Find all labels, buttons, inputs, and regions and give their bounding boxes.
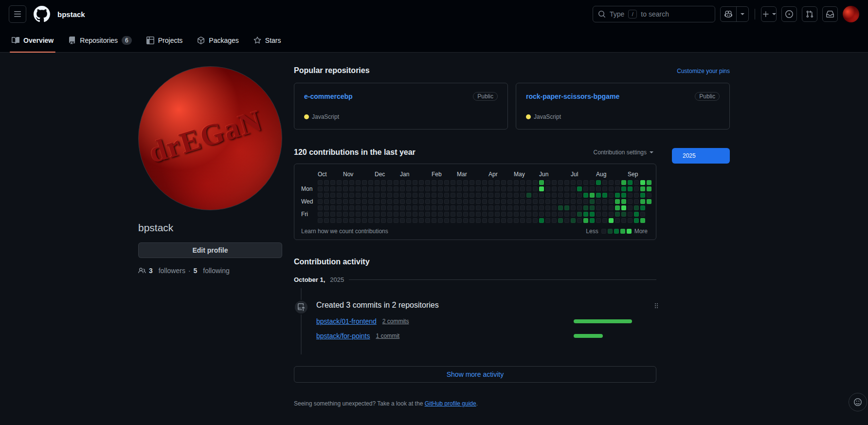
contribution-cell[interactable] — [571, 193, 576, 198]
contribution-cell[interactable] — [583, 199, 588, 204]
contribution-cell[interactable] — [343, 193, 348, 198]
contribution-cell[interactable] — [444, 180, 449, 185]
github-logo[interactable] — [33, 5, 51, 23]
contribution-cell[interactable] — [356, 199, 361, 204]
contribution-cell[interactable] — [545, 199, 550, 204]
contribution-cell[interactable] — [444, 218, 449, 223]
contribution-cell[interactable] — [349, 180, 354, 185]
contribution-cell[interactable] — [507, 193, 512, 198]
contribution-cell[interactable] — [400, 180, 405, 185]
contribution-cell[interactable] — [387, 205, 392, 210]
contribution-cell[interactable] — [463, 186, 468, 191]
contribution-cell[interactable] — [432, 180, 436, 185]
contribution-cell[interactable] — [558, 186, 563, 191]
global-search-input[interactable]: Type / to search — [593, 6, 715, 22]
contribution-cell[interactable] — [609, 205, 614, 210]
contribution-cell[interactable] — [330, 212, 335, 217]
contribution-cell[interactable] — [349, 218, 354, 223]
contribution-cell[interactable] — [330, 180, 335, 185]
contribution-cell[interactable] — [432, 218, 436, 223]
contribution-cell[interactable] — [545, 193, 550, 198]
contribution-cell[interactable] — [476, 205, 481, 210]
contribution-cell[interactable] — [501, 218, 506, 223]
contribution-cell[interactable] — [362, 218, 367, 223]
contribution-cell[interactable] — [495, 199, 500, 204]
contribution-cell[interactable] — [470, 193, 474, 198]
contribution-cell[interactable] — [533, 218, 538, 223]
contribution-cell[interactable] — [520, 218, 525, 223]
contribution-cell[interactable] — [564, 218, 569, 223]
contribution-cell[interactable] — [571, 205, 576, 210]
contribution-cell[interactable] — [438, 199, 443, 204]
contribution-cell[interactable] — [337, 212, 342, 217]
contribution-cell[interactable] — [628, 193, 633, 198]
contribution-cell[interactable] — [457, 212, 462, 217]
contribution-cell[interactable] — [482, 193, 487, 198]
contribution-cell[interactable] — [324, 212, 329, 217]
contribution-cell[interactable] — [470, 218, 474, 223]
contribution-cell[interactable] — [640, 218, 645, 223]
contribution-cell[interactable] — [609, 218, 614, 223]
contribution-cell[interactable] — [596, 199, 601, 204]
contribution-cell[interactable] — [463, 212, 468, 217]
repo-link[interactable]: e-commercebp — [304, 92, 353, 100]
tab-stars[interactable]: Stars — [249, 28, 286, 52]
contribution-cell[interactable] — [343, 218, 348, 223]
contribution-cell[interactable] — [438, 186, 443, 191]
contribution-cell[interactable] — [349, 193, 354, 198]
contribution-cell[interactable] — [507, 205, 512, 210]
contribution-cell[interactable] — [463, 218, 468, 223]
tab-projects[interactable]: Projects — [142, 28, 188, 52]
contribution-cell[interactable] — [558, 193, 563, 198]
contribution-cell[interactable] — [419, 193, 424, 198]
contribution-cell[interactable] — [356, 180, 361, 185]
contribution-cell[interactable] — [634, 205, 639, 210]
contribution-cell[interactable] — [387, 218, 392, 223]
contribution-cell[interactable] — [628, 180, 633, 185]
contribution-cell[interactable] — [356, 193, 361, 198]
contribution-cell[interactable] — [381, 180, 386, 185]
contribution-cell[interactable] — [394, 186, 398, 191]
contribution-cell[interactable] — [545, 180, 550, 185]
contribution-cell[interactable] — [419, 180, 424, 185]
contribution-cell[interactable] — [621, 218, 626, 223]
contribution-cell[interactable] — [470, 180, 474, 185]
contribution-cell[interactable] — [640, 205, 645, 210]
contribution-cell[interactable] — [602, 180, 607, 185]
contribution-cell[interactable] — [583, 180, 588, 185]
contribution-cell[interactable] — [520, 180, 525, 185]
contribution-cell[interactable] — [552, 212, 557, 217]
contribution-cell[interactable] — [488, 212, 493, 217]
contribution-cell[interactable] — [590, 212, 595, 217]
contribution-cell[interactable] — [520, 199, 525, 204]
contribution-cell[interactable] — [621, 199, 626, 204]
contribution-cell[interactable] — [577, 218, 582, 223]
contribution-cell[interactable] — [343, 199, 348, 204]
contribution-cell[interactable] — [615, 193, 620, 198]
contribution-cell[interactable] — [495, 186, 500, 191]
contribution-cell[interactable] — [634, 180, 639, 185]
contribution-cell[interactable] — [438, 212, 443, 217]
contribution-cell[interactable] — [628, 218, 633, 223]
contribution-cell[interactable] — [609, 180, 614, 185]
contribution-cell[interactable] — [470, 205, 474, 210]
commit-count-link[interactable]: 2 commits — [382, 318, 409, 325]
contribution-cell[interactable] — [349, 199, 354, 204]
contribution-cell[interactable] — [387, 212, 392, 217]
contribution-cell[interactable] — [558, 205, 563, 210]
contribution-cell[interactable] — [488, 199, 493, 204]
contribution-cell[interactable] — [533, 199, 538, 204]
contribution-cell[interactable] — [558, 218, 563, 223]
contribution-cell[interactable] — [596, 193, 601, 198]
contribution-cell[interactable] — [444, 205, 449, 210]
contribution-cell[interactable] — [628, 205, 633, 210]
contribution-cell[interactable] — [488, 218, 493, 223]
contribution-cell[interactable] — [438, 205, 443, 210]
customize-pins-link[interactable]: Customize your pins — [677, 68, 730, 74]
contribution-cell[interactable] — [526, 212, 531, 217]
contribution-cell[interactable] — [337, 205, 342, 210]
contribution-cell[interactable] — [571, 218, 576, 223]
contribution-cell[interactable] — [577, 186, 582, 191]
contribution-cell[interactable] — [330, 199, 335, 204]
contribution-cell[interactable] — [381, 218, 386, 223]
